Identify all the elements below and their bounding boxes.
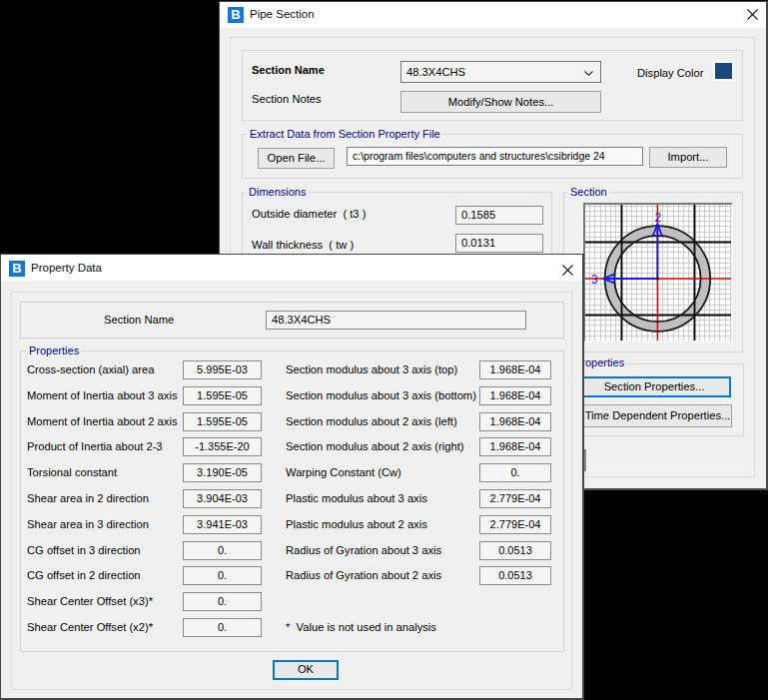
svg-text:3: 3 <box>591 273 598 287</box>
svg-text:2: 2 <box>655 211 662 225</box>
